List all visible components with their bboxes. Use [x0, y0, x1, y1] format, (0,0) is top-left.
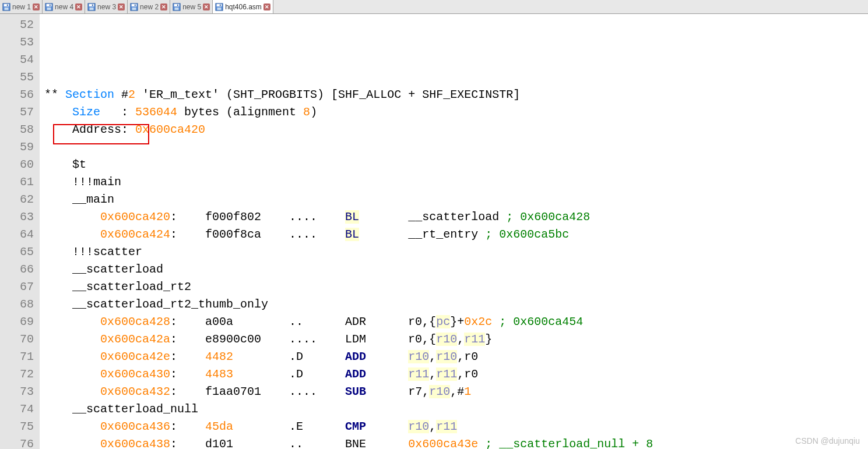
code-line[interactable]: [44, 139, 868, 156]
svg-rect-13: [132, 3, 137, 6]
code-token: ,r0: [457, 367, 478, 381]
code-token: ADD: [345, 350, 366, 363]
tab-label: new 1: [12, 3, 31, 11]
code-token: [366, 350, 408, 363]
code-token: [44, 350, 100, 363]
code-editor[interactable]: 5253545556575859606162636465666768697071…: [0, 14, 868, 449]
code-token: }: [485, 333, 492, 346]
code-line[interactable]: __scatterload_rt2_thumb_only: [44, 296, 868, 313]
svg-rect-23: [220, 4, 221, 6]
line-number: 54: [3, 51, 34, 69]
code-token: pc: [436, 315, 450, 328]
line-number: 68: [3, 296, 34, 313]
close-icon[interactable]: ✕: [203, 3, 210, 10]
code-token: .E: [233, 420, 345, 433]
svg-rect-11: [92, 4, 93, 6]
line-number: 63: [3, 208, 34, 226]
code-token: : f000f802 ....: [170, 210, 345, 224]
code-line[interactable]: 0x600ca430: 4483 .D ADD r11,r11,r0: [44, 366, 868, 383]
tab-new-3[interactable]: new 3✕: [85, 0, 128, 13]
code-line[interactable]: 0x600ca42e: 4482 .D ADD r10,r10,r0: [44, 348, 868, 366]
code-token: : f000f8ca ....: [170, 228, 345, 241]
code-line[interactable]: __main: [44, 191, 868, 208]
code-line[interactable]: Address: 0x600ca420: [44, 121, 868, 139]
code-token: r10: [429, 385, 450, 398]
code-token: BL: [345, 210, 359, 224]
code-token: Section: [65, 88, 114, 101]
code-token: ,: [429, 367, 436, 381]
code-token: Size: [72, 105, 100, 119]
code-line[interactable]: $t: [44, 156, 868, 174]
code-token: ): [310, 105, 317, 119]
code-token: .D: [233, 367, 345, 381]
code-line[interactable]: 0x600ca438: d101 .. BNE 0x600ca43e ; __s…: [44, 436, 868, 449]
code-line[interactable]: __scatterload: [44, 261, 868, 278]
svg-rect-5: [47, 3, 52, 6]
svg-rect-19: [177, 4, 178, 6]
code-token: BL: [345, 228, 359, 241]
code-line[interactable]: !!!scatter: [44, 243, 868, 261]
code-token: SUB: [345, 385, 366, 398]
code-token: ; 0x600ca454: [499, 315, 583, 328]
code-token: 45da: [205, 420, 233, 433]
code-token: bytes (alignment: [177, 105, 303, 119]
close-icon[interactable]: ✕: [75, 3, 82, 10]
code-token: 0x600ca424: [100, 228, 170, 241]
close-icon[interactable]: ✕: [263, 3, 270, 10]
file-icon: [173, 3, 181, 11]
code-token: : e8900c00 .... LDM r0,{: [170, 333, 436, 346]
line-number: 60: [3, 156, 34, 174]
code-line[interactable]: 0x600ca436: 45da .E CMP r10,r11: [44, 418, 868, 436]
code-token: r7,: [366, 385, 429, 398]
code-token: __rt_entry: [359, 228, 485, 241]
code-token: 4483: [205, 367, 233, 381]
code-line[interactable]: __scatterload_rt2: [44, 278, 868, 296]
code-token: __scatterload: [359, 210, 506, 224]
code-token: :: [100, 105, 135, 119]
code-token: :: [170, 367, 205, 381]
code-token: ADD: [345, 367, 366, 381]
code-line[interactable]: Size : 536044 bytes (alignment 8): [44, 104, 868, 121]
code-line[interactable]: [44, 69, 868, 86]
code-area[interactable]: ** Section #2 'ER_m_text' (SHT_PROGBITS)…: [40, 14, 868, 449]
line-number: 75: [3, 418, 34, 436]
code-token: ,: [429, 350, 436, 363]
code-line[interactable]: 0x600ca420: f000f802 .... BL __scatterlo…: [44, 208, 868, 226]
code-token: 0x600ca432: [100, 385, 170, 398]
tab-hqt406-asm[interactable]: hqt406.asm✕: [213, 0, 273, 13]
code-token: r11: [436, 420, 457, 433]
close-icon[interactable]: ✕: [33, 3, 40, 10]
code-token: CMP: [345, 420, 366, 433]
svg-rect-18: [175, 7, 179, 9]
code-token: ; 0x600ca5bc: [485, 228, 569, 241]
code-token: [44, 228, 100, 241]
line-number: 74: [3, 401, 34, 418]
code-token: 0x600ca420: [135, 123, 205, 136]
code-token: [478, 437, 485, 449]
tab-new-2[interactable]: new 2✕: [128, 0, 170, 13]
tab-new-1[interactable]: new 1✕: [0, 0, 43, 13]
close-icon[interactable]: ✕: [118, 3, 125, 10]
code-line[interactable]: !!!main: [44, 174, 868, 191]
code-line[interactable]: 0x600ca42a: e8900c00 .... LDM r0,{r10,r1…: [44, 331, 868, 348]
file-icon: [215, 3, 223, 11]
tab-new-5[interactable]: new 5✕: [170, 0, 213, 13]
line-number: 70: [3, 331, 34, 348]
code-line[interactable]: ** Section #2 'ER_m_text' (SHT_PROGBITS)…: [44, 86, 868, 104]
tab-new-4[interactable]: new 4✕: [43, 0, 85, 13]
close-icon[interactable]: ✕: [160, 3, 167, 10]
file-icon: [87, 3, 96, 11]
code-token: 0x600ca420: [100, 210, 170, 224]
code-line[interactable]: 0x600ca432: f1aa0701 .... SUB r7,r10,#1: [44, 383, 868, 401]
watermark: CSDN @dujunqiu: [795, 436, 860, 446]
code-line[interactable]: __scatterload_null: [44, 401, 868, 418]
line-number: 69: [3, 313, 34, 331]
code-line[interactable]: 0x600ca428: a00a .. ADR r0,{pc}+0x2c ; 0…: [44, 313, 868, 331]
code-token: [44, 315, 100, 328]
code-token: 0x600ca436: [100, 420, 170, 433]
code-token: ,: [429, 420, 436, 433]
code-line[interactable]: 0x600ca424: f000f8ca .... BL __rt_entry …: [44, 226, 868, 243]
svg-rect-1: [4, 3, 9, 6]
tab-label: new 2: [140, 3, 159, 11]
line-number: 59: [3, 139, 34, 156]
